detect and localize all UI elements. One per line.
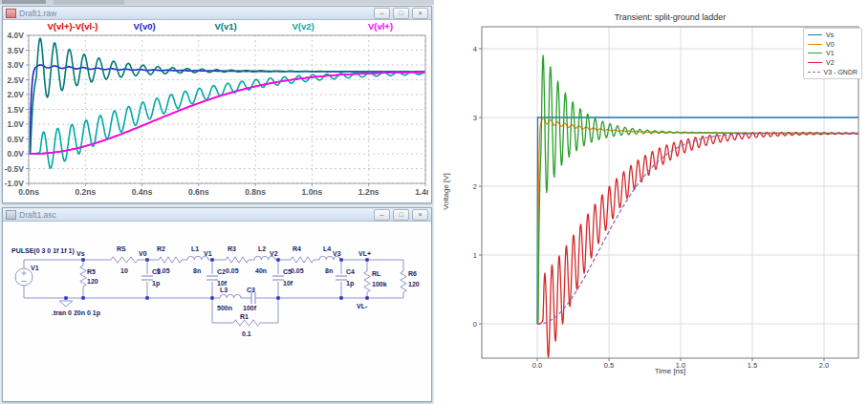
schematic-label: C2 [217,268,226,275]
legend-swatch [808,62,822,63]
schematic-label: Vs [76,250,85,257]
close-button[interactable]: × [412,209,428,221]
plot-series [29,38,425,168]
restore-button[interactable]: □ [393,209,409,221]
schematic-label: 1p [346,280,354,287]
schematic-label: V3 [333,250,341,257]
svg-text:3: 3 [473,114,477,122]
schematic-label: 40n [255,267,267,274]
waveform-window-title: Draft1.raw [19,9,371,18]
schematic-label: C1 [152,268,161,275]
legend-label: V3 - GNDR [824,69,857,75]
schematic-window-title: Draft1.asc [19,210,371,220]
legend-entry: V0 [808,40,857,50]
waveform-file-icon [6,9,16,18]
toolbar-fragment [0,0,434,5]
svg-text:1.0V: 1.0V [8,119,25,129]
svg-text:1: 1 [473,251,477,260]
waveform-legend-trace[interactable]: V(vl+)-V(vl-) [47,21,98,32]
schematic-label: R5 [87,268,96,275]
waveform-legend-trace[interactable]: V(v1) [214,21,236,32]
legend-swatch [808,72,820,73]
schematic-label: V1 [204,250,212,257]
toolbar-fragment-piece [54,0,124,5]
legend-label: Vs [826,32,834,38]
svg-text:0.2ns: 0.2ns [75,187,96,197]
svg-text:-1.0V: -1.0V [5,179,25,188]
toolbar-fragment-piece [2,0,46,4]
svg-text:0.0V: 0.0V [8,149,25,159]
schematic-label: V0 [139,250,147,257]
schematic-label: 0.05 [291,267,304,274]
waveform-plot-area[interactable]: V(vl+)-V(vl-)V(v0)V(v1)V(v2)V(vl+) 0.0ns… [3,20,429,202]
schematic-label: L1 [191,245,199,252]
schematic-label: 500n [217,305,232,311]
svg-text:0: 0 [473,320,477,329]
schematic-label: 10f [283,280,293,287]
schematic-label: R3 [228,245,236,252]
minimize-button[interactable]: – [374,8,390,19]
legend-entry: Vs [808,31,857,40]
legend-entry: V3 - GNDR [808,67,857,76]
minimize-button[interactable]: – [374,209,390,221]
waveform-canvas[interactable]: 0.0ns0.2ns0.4ns0.6ns0.8ns1.0ns1.2ns1.4ns… [4,32,428,201]
schematic-canvas-area[interactable]: PULSE(0 3 0 1f 1f 1)V1VsRS10V0R20.05L18n… [3,222,429,401]
svg-text:1.4ns: 1.4ns [415,187,428,197]
waveform-legend-trace[interactable]: V(v2) [292,21,314,32]
matplotlib-figure: Transient: split-ground ladder 0.00.51.0… [434,0,868,404]
schematic-label: R4 [293,245,301,252]
svg-text:0.0ns: 0.0ns [18,187,39,197]
schematic-label: RS [117,245,126,252]
svg-text:1.2ns: 1.2ns [358,187,380,197]
svg-text:1.0ns: 1.0ns [302,187,323,197]
schematic-label: L3 [220,287,228,293]
legend-label: V0 [826,41,835,48]
svg-text:4.0V: 4.0V [8,32,25,40]
schematic-window: Draft1.asc – □ × PULSE(0 3 0 1f 1f 1)V1V… [2,207,432,402]
waveform-legend-trace[interactable]: V(v0) [133,21,155,32]
schematic-label: .tran 0 20n 0 1p [52,309,100,317]
schematic-label: PULSE(0 3 0 1f 1f 1) [11,247,75,255]
svg-text:2: 2 [473,182,477,191]
x-axis-label: Time [ns] [482,367,858,375]
svg-text:2.0V: 2.0V [8,90,25,99]
legend-swatch [808,44,822,45]
schematic-label: RL [372,270,381,277]
schematic-label: 8n [325,267,333,274]
schematic-label: 120 [408,281,420,287]
svg-text:1.5V: 1.5V [8,105,25,115]
svg-text:0.4ns: 0.4ns [132,187,153,197]
plot-series [537,55,858,357]
figure-legend: VsV0V1V2V3 - GNDR [803,28,862,79]
schematic-label: VL- [357,303,368,309]
schematic-label: L2 [258,245,266,252]
legend-entry: V1 [808,49,857,58]
waveform-legend-trace[interactable]: V(vl+) [368,21,393,32]
schematic-label: VL+ [358,250,371,257]
schematic-label: 10 [120,267,128,274]
schematic-label: 100f [243,305,257,311]
svg-text:3.0V: 3.0V [8,60,25,70]
schematic-label: 0.05 [226,267,239,274]
schematic-label: 8n [193,267,201,274]
schematic-label: L4 [323,245,331,252]
svg-text:0.8ns: 0.8ns [245,187,266,197]
legend-entry: V2 [808,58,857,68]
schematic-label: R6 [408,270,417,277]
schematic-canvas[interactable]: PULSE(0 3 0 1f 1f 1)V1VsRS10V0R20.05L18n… [4,222,428,399]
schematic-label: 1p [152,280,160,287]
legend-swatch [808,34,822,35]
schematic-label: 10f [217,280,228,287]
restore-button[interactable]: □ [393,8,409,19]
svg-text:3.5V: 3.5V [8,46,25,55]
waveform-window: Draft1.raw – □ × V(vl+)-V(vl-)V(v0)V(v1)… [2,6,432,203]
schematic-label: C4 [346,268,355,275]
schematic-window-titlebar[interactable]: Draft1.asc – □ × [3,208,431,222]
close-button[interactable]: × [412,8,428,19]
y-axis-label: Voltage [V] [442,144,450,240]
waveform-window-titlebar[interactable]: Draft1.raw – □ × [3,7,431,20]
svg-text:-0.5V: -0.5V [5,164,25,174]
screenshot-root: Draft1.raw – □ × V(vl+)-V(vl-)V(v0)V(v1)… [0,0,868,404]
schematic-label: V1 [31,265,39,271]
legend-swatch [808,53,822,53]
